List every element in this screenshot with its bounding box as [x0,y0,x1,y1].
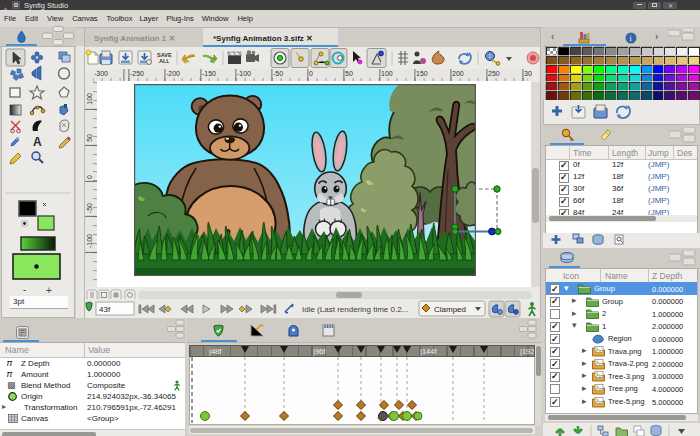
svg-text:ALL: ALL [159,58,170,64]
svg-text:A: A [33,135,42,149]
svg-text:43f: 43f [99,305,111,314]
svg-text:-: - [23,284,26,295]
svg-text:Idle (Last rendering time 0.2.: Idle (Last rendering time 0.2... [302,305,408,314]
svg-text:+: + [46,285,52,296]
svg-text:Clamped: Clamped [434,305,466,314]
